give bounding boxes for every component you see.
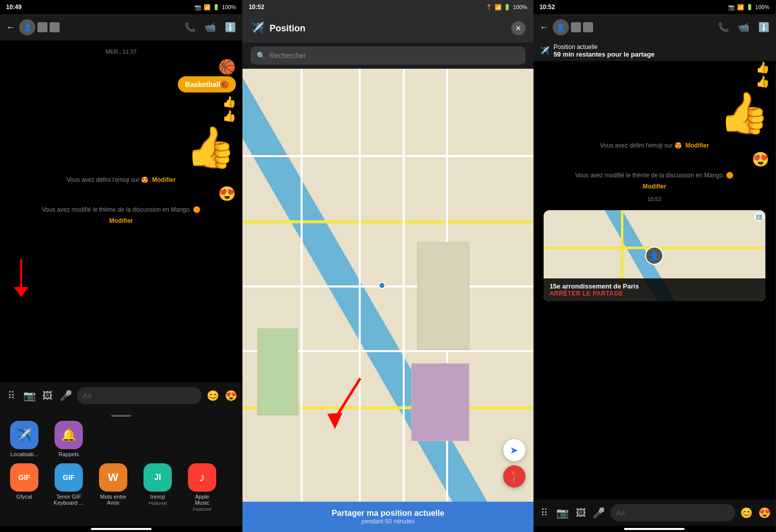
react-btn-1[interactable]: 😍 bbox=[224, 390, 238, 402]
gfycat-icon: GIF bbox=[10, 463, 38, 492]
camera-btn-1[interactable]: 📷 bbox=[22, 390, 36, 402]
bottom-indicator-3 bbox=[624, 528, 685, 530]
call-icon-1[interactable]: 📞 bbox=[184, 22, 196, 33]
share-location-btn[interactable]: Partager ma position actuelle pendant 60… bbox=[243, 502, 533, 532]
avatar-small-4 bbox=[583, 22, 593, 32]
modal-wifi-icon: 📶 bbox=[495, 4, 502, 11]
thumbs-small-1: 👍 bbox=[6, 95, 236, 109]
app-mots[interactable]: W Mots entreAmis bbox=[97, 463, 129, 512]
app-rappels[interactable]: 🔔 Rappels bbox=[53, 421, 85, 457]
grid-icon-1[interactable]: ⠿ bbox=[4, 390, 18, 402]
header-icons-1: 📞 📹 ℹ️ bbox=[184, 22, 236, 33]
thumbs-up-top-2: 👍 bbox=[756, 75, 769, 88]
map-preview-3[interactable]: 👤 ℹ️ 15e arrondissement de Paris ARRÊTER… bbox=[544, 210, 765, 301]
app-tenor[interactable]: GIF Tenor GIFKeyboard ... bbox=[53, 463, 85, 512]
road-h-2 bbox=[243, 220, 533, 223]
text-input-1[interactable]: Aa bbox=[77, 387, 202, 404]
theme-modify-link-3[interactable]: Modifier bbox=[643, 183, 666, 190]
rappels-label: Rappels bbox=[59, 451, 79, 457]
gallery-btn-1[interactable]: 🖼 bbox=[40, 390, 55, 402]
input-placeholder-3: Aa bbox=[616, 509, 625, 517]
camera-btn-3[interactable]: 📷 bbox=[556, 507, 570, 519]
emoji-btn-1[interactable]: 😊 bbox=[206, 390, 220, 402]
modify-link-1[interactable]: Modifier bbox=[152, 176, 176, 183]
video-icon-1[interactable]: 📹 bbox=[205, 22, 216, 33]
gallery-btn-3[interactable]: 🖼 bbox=[574, 507, 588, 519]
call-icon-3[interactable]: 📞 bbox=[718, 22, 729, 33]
telegram-icon-modal: ✈️ bbox=[251, 22, 264, 35]
theme-modify-link-1[interactable]: Modifier bbox=[109, 217, 133, 224]
localization-label: Localisati... bbox=[10, 451, 38, 457]
location-banner-text: Position actuelle 59 min restantes pour … bbox=[554, 43, 655, 58]
gfycat-label: Gfycat bbox=[16, 494, 32, 500]
react-btn-3[interactable]: 😍 bbox=[757, 507, 771, 519]
map-preview-stop-3[interactable]: ARRÊTER LE PARTAGE bbox=[550, 290, 759, 297]
map-down-arrow-svg bbox=[330, 378, 380, 439]
telegram-location-icon: ✈️ bbox=[17, 428, 32, 442]
bottom-indicator-1 bbox=[91, 528, 152, 530]
camera-status-icon-3: 📷 bbox=[728, 4, 735, 11]
chat-header-1: ← 👤 📞 📹 ℹ️ bbox=[0, 14, 242, 40]
map-pin-btn[interactable]: 📍 bbox=[503, 465, 525, 488]
thumbs-up-large: 👍 bbox=[185, 124, 236, 171]
header-icons-3: 📞 📹 ℹ️ bbox=[718, 22, 769, 33]
location-banner-3: ✈️ Position actuelle 59 min restantes po… bbox=[534, 40, 775, 61]
chat-body-1: MER., 11:37 🏀 Basketball🏀 👍 👍 👍 Vous ave… bbox=[0, 40, 242, 382]
battery-label: 100% bbox=[222, 4, 236, 10]
app-inmoji[interactable]: JI InmojiFeatured bbox=[141, 463, 174, 512]
text-input-3[interactable]: Aa bbox=[610, 504, 735, 521]
modal-battery-icon: 🔋 bbox=[504, 4, 511, 11]
app-row-2: GIF Gfycat GIF Tenor GIFKeyboard ... W M… bbox=[8, 463, 234, 512]
arrow-indicator-1 bbox=[6, 259, 36, 302]
modify-link-3[interactable]: Modifier bbox=[686, 142, 709, 149]
map-preview-city-3: 15e arrondissement de Paris bbox=[550, 282, 759, 290]
mic-btn-1[interactable]: 🎤 bbox=[59, 390, 73, 402]
map-area[interactable]: ➤ 📍 bbox=[243, 69, 533, 502]
tray-indicator-1 bbox=[111, 415, 131, 417]
modal-time: 10:52 bbox=[249, 4, 264, 11]
svg-marker-1 bbox=[14, 287, 29, 297]
back-button-1[interactable]: ← bbox=[6, 22, 15, 33]
info-icon-1[interactable]: ℹ️ bbox=[225, 22, 236, 33]
modal-close-btn[interactable]: ✕ bbox=[511, 21, 525, 35]
road-v-1 bbox=[301, 69, 303, 502]
back-button-3[interactable]: ← bbox=[540, 22, 549, 33]
thumbs-up-small-1: 👍 bbox=[222, 95, 236, 109]
wifi-icon-3: 📶 bbox=[737, 4, 744, 11]
mots-icon: W bbox=[99, 463, 127, 492]
status-icons-3: 📷 📶 🔋 100% bbox=[728, 4, 769, 11]
basketball-emoji: 🏀 bbox=[6, 59, 236, 75]
modal-header: ✈️ Position ✕ bbox=[243, 14, 533, 42]
battery-icon: 🔋 bbox=[213, 4, 220, 11]
map-info-btn[interactable]: ℹ️ bbox=[754, 212, 763, 221]
grid-icon-3[interactable]: ⠿ bbox=[538, 507, 552, 519]
battery-label-3: 100% bbox=[755, 4, 769, 10]
avatar-group-1: 👤 bbox=[19, 19, 60, 35]
video-icon-3[interactable]: 📹 bbox=[738, 22, 749, 33]
panel-2: 10:52 📍 📶 🔋 100% 10:52 📍 📶 🔋 100% ✈️ Pos… bbox=[243, 0, 533, 532]
search-bar[interactable]: 🔍 Rechercher bbox=[251, 46, 525, 65]
input-bar-3: ⠿ 📷 🖼 🎤 Aa 😊 😍 bbox=[534, 500, 775, 526]
app-gfycat[interactable]: GIF Gfycat bbox=[8, 463, 40, 512]
location-dot bbox=[378, 282, 385, 289]
time-label-3: 10:52 bbox=[540, 196, 769, 202]
chat-body-3: 👍 👍 👍 Vous avez défini l'emoji sur 😍. Mo… bbox=[534, 61, 775, 500]
localization-icon: ✈️ bbox=[10, 421, 38, 449]
emoji-btn-3[interactable]: 😊 bbox=[739, 507, 753, 519]
app-apple-music[interactable]: ♪ AppleMusicFeatured bbox=[186, 463, 218, 512]
status-bar-1: 10:49 📷 📶 🔋 100% bbox=[0, 0, 242, 14]
map-navigate-btn[interactable]: ➤ bbox=[503, 439, 525, 461]
input-placeholder-1: Aa bbox=[83, 392, 91, 400]
modal-status-icons: 📍 📶 🔋 100% bbox=[486, 4, 527, 11]
app-localization[interactable]: ✈️ Localisati... bbox=[8, 421, 40, 457]
location-modal: 10:52 📍 📶 🔋 100% ✈️ Position ✕ 🔍 Recherc… bbox=[243, 0, 533, 532]
thumbs-top-1-3: 👍 bbox=[540, 61, 769, 74]
theme-system-text-1: Vous avez modifié le thème de la discuss… bbox=[6, 206, 236, 213]
time-3: 10:52 bbox=[540, 4, 555, 11]
theme-modify-1: Modifier bbox=[6, 217, 236, 224]
mic-btn-3[interactable]: 🎤 bbox=[592, 507, 606, 519]
avatar-small-1 bbox=[37, 22, 47, 32]
info-icon-3[interactable]: ℹ️ bbox=[758, 22, 769, 33]
theme-modify-3: Modifier bbox=[540, 183, 769, 190]
avatar-3: 👤 bbox=[553, 19, 569, 35]
